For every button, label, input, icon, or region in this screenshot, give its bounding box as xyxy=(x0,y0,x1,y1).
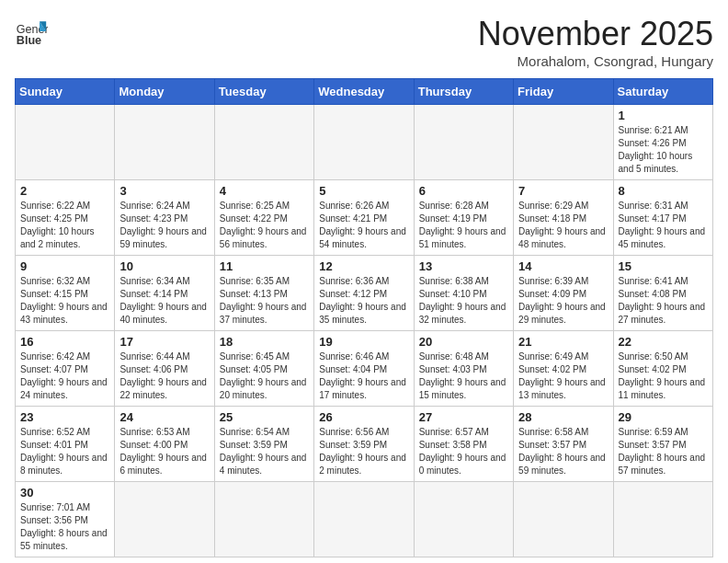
day-number: 16 xyxy=(20,335,109,349)
calendar-cell: 28Sunrise: 6:58 AM Sunset: 3:57 PM Dayli… xyxy=(514,407,613,482)
day-number: 20 xyxy=(419,335,508,349)
calendar-cell xyxy=(514,105,613,180)
calendar-cell: 23Sunrise: 6:52 AM Sunset: 4:01 PM Dayli… xyxy=(16,407,115,482)
calendar-cell: 3Sunrise: 6:24 AM Sunset: 4:23 PM Daylig… xyxy=(115,180,214,256)
calendar-subtitle: Morahalom, Csongrad, Hungary xyxy=(478,53,713,69)
day-number: 23 xyxy=(20,410,109,424)
calendar-cell: 5Sunrise: 6:26 AM Sunset: 4:21 PM Daylig… xyxy=(314,180,414,256)
day-number: 27 xyxy=(419,410,508,424)
header: General Blue November 2025 Morahalom, Cs… xyxy=(15,15,713,69)
weekday-header-saturday: Saturday xyxy=(613,79,712,105)
day-info: Sunrise: 6:26 AM Sunset: 4:21 PM Dayligh… xyxy=(319,200,408,251)
calendar-table: SundayMondayTuesdayWednesdayThursdayFrid… xyxy=(15,78,713,557)
day-number: 29 xyxy=(619,410,708,424)
day-number: 5 xyxy=(319,184,408,198)
calendar-cell: 22Sunrise: 6:50 AM Sunset: 4:02 PM Dayli… xyxy=(613,331,712,407)
calendar-cell: 21Sunrise: 6:49 AM Sunset: 4:02 PM Dayli… xyxy=(514,331,613,407)
calendar-cell: 17Sunrise: 6:44 AM Sunset: 4:06 PM Dayli… xyxy=(115,331,214,407)
weekday-header-tuesday: Tuesday xyxy=(214,79,313,105)
calendar-cell: 15Sunrise: 6:41 AM Sunset: 4:08 PM Dayli… xyxy=(613,256,712,331)
day-number: 9 xyxy=(20,259,109,273)
calendar-week-row: 1Sunrise: 6:21 AM Sunset: 4:26 PM Daylig… xyxy=(16,105,713,180)
calendar-cell: 2Sunrise: 6:22 AM Sunset: 4:25 PM Daylig… xyxy=(16,180,115,256)
weekday-header-monday: Monday xyxy=(115,79,214,105)
weekday-header-sunday: Sunday xyxy=(16,79,115,105)
day-info: Sunrise: 6:22 AM Sunset: 4:25 PM Dayligh… xyxy=(20,200,109,251)
calendar-cell xyxy=(115,482,214,557)
calendar-cell: 20Sunrise: 6:48 AM Sunset: 4:03 PM Dayli… xyxy=(414,331,513,407)
calendar-cell: 29Sunrise: 6:59 AM Sunset: 3:57 PM Dayli… xyxy=(613,407,712,482)
weekday-header-thursday: Thursday xyxy=(414,79,513,105)
calendar-week-row: 16Sunrise: 6:42 AM Sunset: 4:07 PM Dayli… xyxy=(16,331,713,407)
day-number: 24 xyxy=(119,410,209,424)
calendar-title: November 2025 xyxy=(478,15,713,53)
day-number: 22 xyxy=(619,335,708,349)
svg-text:Blue: Blue xyxy=(17,34,41,47)
day-number: 7 xyxy=(518,184,608,198)
day-info: Sunrise: 6:44 AM Sunset: 4:06 PM Dayligh… xyxy=(119,350,209,402)
calendar-cell xyxy=(613,482,712,557)
day-number: 14 xyxy=(518,259,608,273)
day-number: 10 xyxy=(119,259,209,273)
weekday-header-row: SundayMondayTuesdayWednesdayThursdayFrid… xyxy=(16,79,713,105)
day-number: 28 xyxy=(518,410,608,424)
day-number: 30 xyxy=(20,486,109,500)
logo: General Blue xyxy=(15,15,48,48)
day-number: 3 xyxy=(119,184,209,198)
calendar-week-row: 30Sunrise: 7:01 AM Sunset: 3:56 PM Dayli… xyxy=(16,482,713,557)
calendar-cell: 9Sunrise: 6:32 AM Sunset: 4:15 PM Daylig… xyxy=(16,256,115,331)
day-number: 4 xyxy=(220,184,309,198)
day-info: Sunrise: 6:54 AM Sunset: 3:59 PM Dayligh… xyxy=(220,426,309,477)
generalblue-logo-icon: General Blue xyxy=(15,15,48,48)
calendar-week-row: 23Sunrise: 6:52 AM Sunset: 4:01 PM Dayli… xyxy=(16,407,713,482)
calendar-week-row: 2Sunrise: 6:22 AM Sunset: 4:25 PM Daylig… xyxy=(16,180,713,256)
calendar-cell: 6Sunrise: 6:28 AM Sunset: 4:19 PM Daylig… xyxy=(414,180,513,256)
calendar-cell: 27Sunrise: 6:57 AM Sunset: 3:58 PM Dayli… xyxy=(414,407,513,482)
calendar-cell xyxy=(414,105,513,180)
calendar-cell xyxy=(514,482,613,557)
calendar-cell: 1Sunrise: 6:21 AM Sunset: 4:26 PM Daylig… xyxy=(613,105,712,180)
calendar-cell: 7Sunrise: 6:29 AM Sunset: 4:18 PM Daylig… xyxy=(514,180,613,256)
calendar-cell xyxy=(314,482,414,557)
calendar-cell: 4Sunrise: 6:25 AM Sunset: 4:22 PM Daylig… xyxy=(214,180,313,256)
calendar-cell xyxy=(214,105,313,180)
calendar-cell: 14Sunrise: 6:39 AM Sunset: 4:09 PM Dayli… xyxy=(514,256,613,331)
day-number: 2 xyxy=(20,184,109,198)
day-number: 6 xyxy=(419,184,508,198)
weekday-header-friday: Friday xyxy=(514,79,613,105)
day-info: Sunrise: 6:39 AM Sunset: 4:09 PM Dayligh… xyxy=(518,275,608,327)
day-info: Sunrise: 6:25 AM Sunset: 4:22 PM Dayligh… xyxy=(220,200,309,251)
day-number: 17 xyxy=(119,335,209,349)
day-info: Sunrise: 6:58 AM Sunset: 3:57 PM Dayligh… xyxy=(518,426,608,477)
day-info: Sunrise: 6:56 AM Sunset: 3:59 PM Dayligh… xyxy=(319,426,408,477)
day-number: 13 xyxy=(419,259,508,273)
day-info: Sunrise: 6:36 AM Sunset: 4:12 PM Dayligh… xyxy=(319,275,408,327)
calendar-cell: 12Sunrise: 6:36 AM Sunset: 4:12 PM Dayli… xyxy=(314,256,414,331)
calendar-cell: 8Sunrise: 6:31 AM Sunset: 4:17 PM Daylig… xyxy=(613,180,712,256)
day-number: 12 xyxy=(319,259,408,273)
calendar-cell: 18Sunrise: 6:45 AM Sunset: 4:05 PM Dayli… xyxy=(214,331,313,407)
day-info: Sunrise: 6:28 AM Sunset: 4:19 PM Dayligh… xyxy=(419,200,508,251)
day-info: Sunrise: 6:32 AM Sunset: 4:15 PM Dayligh… xyxy=(20,275,109,327)
day-number: 11 xyxy=(220,259,309,273)
day-info: Sunrise: 6:49 AM Sunset: 4:02 PM Dayligh… xyxy=(518,350,608,402)
day-number: 19 xyxy=(319,335,408,349)
weekday-header-wednesday: Wednesday xyxy=(314,79,414,105)
day-info: Sunrise: 7:01 AM Sunset: 3:56 PM Dayligh… xyxy=(20,501,109,553)
calendar-cell: 13Sunrise: 6:38 AM Sunset: 4:10 PM Dayli… xyxy=(414,256,513,331)
day-number: 26 xyxy=(319,410,408,424)
calendar-cell: 16Sunrise: 6:42 AM Sunset: 4:07 PM Dayli… xyxy=(16,331,115,407)
day-info: Sunrise: 6:42 AM Sunset: 4:07 PM Dayligh… xyxy=(20,350,109,402)
day-number: 1 xyxy=(619,109,708,122)
calendar-cell: 26Sunrise: 6:56 AM Sunset: 3:59 PM Dayli… xyxy=(314,407,414,482)
day-info: Sunrise: 6:46 AM Sunset: 4:04 PM Dayligh… xyxy=(319,350,408,402)
day-info: Sunrise: 6:21 AM Sunset: 4:26 PM Dayligh… xyxy=(619,124,708,176)
calendar-cell: 30Sunrise: 7:01 AM Sunset: 3:56 PM Dayli… xyxy=(16,482,115,557)
calendar-cell xyxy=(314,105,414,180)
calendar-cell: 10Sunrise: 6:34 AM Sunset: 4:14 PM Dayli… xyxy=(115,256,214,331)
calendar-cell xyxy=(16,105,115,180)
day-info: Sunrise: 6:53 AM Sunset: 4:00 PM Dayligh… xyxy=(119,426,209,477)
day-info: Sunrise: 6:34 AM Sunset: 4:14 PM Dayligh… xyxy=(119,275,209,327)
day-info: Sunrise: 6:35 AM Sunset: 4:13 PM Dayligh… xyxy=(220,275,309,327)
day-info: Sunrise: 6:45 AM Sunset: 4:05 PM Dayligh… xyxy=(220,350,309,402)
